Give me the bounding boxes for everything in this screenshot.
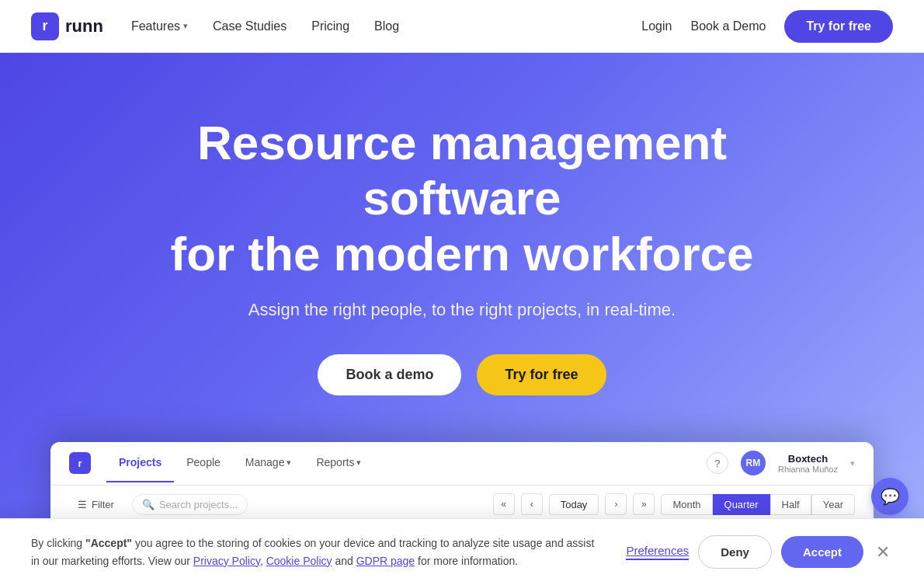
cookie-buttons: Preferences Deny Accept ✕ [626,535,893,569]
try-free-hero-button[interactable]: Try for free [477,354,606,395]
navbar: r runn Features ▾ Case Studies Pricing B… [0,0,924,53]
search-icon: 🔍 [142,499,155,510]
avatar[interactable]: RM [741,451,766,475]
help-button[interactable]: ? [707,452,728,474]
hero-subheadline: Assign the right people, to the right pr… [31,300,893,320]
app-nav-people[interactable]: People [174,444,233,482]
app-topbar: r Projects People Manage ▾ Reports ▾ ? [50,442,874,486]
view-month-button[interactable]: Month [661,494,712,515]
book-demo-hero-button[interactable]: Book a demo [318,354,461,395]
privacy-policy-link[interactable]: Privacy Policy [193,555,260,567]
search-box[interactable]: 🔍 Search projects... [132,494,248,515]
nav-next-button[interactable]: › [605,493,627,515]
toolbar-right: « ‹ Today › » Month Quarter Half Year [493,493,855,515]
logo-text: runn [65,16,103,37]
view-half-button[interactable]: Half [770,494,811,515]
nav-prev-button[interactable]: ‹ [521,493,543,515]
hero-section: Resource management software for the mod… [0,53,924,585]
accept-button[interactable]: Accept [781,536,863,568]
view-year-button[interactable]: Year [811,494,855,515]
filter-icon: ☰ [78,499,87,510]
accept-word: "Accept" [85,537,132,549]
app-nav-reports[interactable]: Reports ▾ [304,444,373,482]
app-nav-projects[interactable]: Projects [106,444,174,482]
chat-widget-button[interactable]: 💬 [871,478,908,515]
manage-chevron-icon: ▾ [287,458,291,468]
hero-buttons: Book a demo Try for free [31,354,893,395]
close-cookie-banner-button[interactable]: ✕ [873,539,893,566]
company-dropdown-icon[interactable]: ▾ [850,458,855,468]
logo[interactable]: r runn [31,12,103,40]
reports-chevron-icon: ▾ [356,458,361,468]
gdpr-page-link[interactable]: GDPR page [356,555,415,567]
cookie-text: By clicking "Accept" you agree to the st… [31,535,595,569]
filter-button[interactable]: ☰ Filter [69,493,123,516]
view-quarter-button[interactable]: Quarter [713,494,770,515]
nav-pricing[interactable]: Pricing [311,19,349,33]
logo-icon: r [31,12,59,40]
nav-first-button[interactable]: « [493,493,515,515]
login-link[interactable]: Login [641,19,672,33]
chevron-down-icon: ▾ [183,21,188,31]
deny-button[interactable]: Deny [698,535,772,569]
app-nav: r Projects People Manage ▾ Reports ▾ [69,444,373,482]
nav-links: Features ▾ Case Studies Pricing Blog [131,19,399,33]
app-logo-icon: r [69,452,91,474]
cookie-banner: By clicking "Accept" you agree to the st… [0,518,924,585]
nav-case-studies[interactable]: Case Studies [213,19,287,33]
app-nav-manage[interactable]: Manage ▾ [233,444,304,482]
preferences-link[interactable]: Preferences [626,544,689,560]
today-button[interactable]: Today [549,494,599,515]
app-topbar-right: ? RM Boxtech Rhianna Muñoz ▾ [707,451,855,475]
company-name: Boxtech [778,453,838,465]
nav-right: Login Book a Demo Try for free [641,10,893,43]
book-demo-nav-link[interactable]: Book a Demo [690,19,766,33]
chat-icon: 💬 [881,487,900,506]
toolbar-left: ☰ Filter 🔍 Search projects... [69,493,248,516]
cookie-policy-link[interactable]: Cookie Policy [266,555,332,567]
try-free-nav-button[interactable]: Try for free [784,10,893,43]
nav-last-button[interactable]: » [633,493,655,515]
nav-features[interactable]: Features ▾ [131,19,188,33]
nav-blog[interactable]: Blog [374,19,399,33]
company-info: Boxtech Rhianna Muñoz [778,453,838,474]
company-person: Rhianna Muñoz [778,465,838,474]
nav-left: r runn Features ▾ Case Studies Pricing B… [31,12,399,40]
hero-headline: Resource management software for the mod… [113,115,811,281]
view-buttons: Month Quarter Half Year [661,494,855,515]
